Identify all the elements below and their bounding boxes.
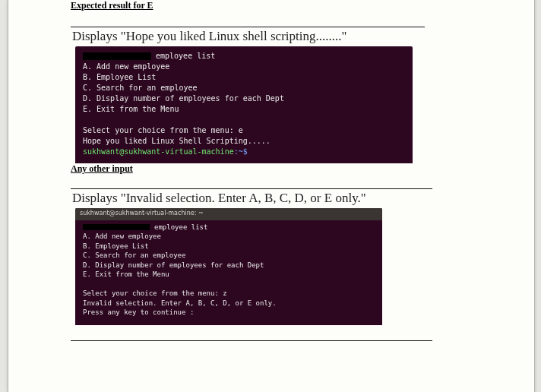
redacted-block [83,224,150,230]
menu-item: C. Search for an employee [83,251,375,261]
menu-item: C. Search for an employee [83,83,405,93]
section-heading-other: Any other input [71,163,466,175]
result-line: Hope you liked Linux Shell Scripting....… [83,136,405,147]
continue-line: Press any key to continue : [83,308,375,318]
divider [71,188,432,189]
menu-item: D. Display number of employees for each … [83,261,375,270]
content-column: Expected result for E Displays "Hope you… [71,0,466,341]
terminal-header: employee list [83,51,405,62]
divider [71,340,432,341]
menu-item: B. Employee List [83,72,405,83]
result-line: Invalid selection. Enter A, B, C, D, or … [83,299,375,308]
prompt-line: Select your choice from the menu: z [83,289,375,299]
document-page: Expected result for E Displays "Hope you… [8,0,535,392]
blank-line [83,280,375,289]
caption-e: Displays "Hope you liked Linux shell scr… [72,29,466,44]
shell-path: :~$ [234,147,248,156]
header-suffix: employee list [156,52,215,60]
header-suffix: employee list [154,223,207,231]
blank-line [83,115,405,125]
menu-item: E. Exit from the Menu [83,270,375,280]
shell-prompt: sukhwant@sukhwant-virtual-machine:~$ [83,147,405,157]
caption-other: Displays "Invalid selection. Enter A, B,… [72,191,466,206]
terminal-screenshot-e: employee list A. Add new employee B. Emp… [75,46,413,163]
menu-item: A. Add new employee [83,232,375,242]
shell-user: sukhwant@sukhwant-virtual-machine [83,147,234,156]
terminal-header: employee list [83,223,375,232]
divider [71,27,425,27]
section-heading-e: Expected result for E [71,0,466,11]
terminal-screenshot-other: sukhwant@sukhwant-virtual-machine: ~ emp… [75,208,382,325]
menu-item: B. Employee List [83,242,375,251]
menu-item: D. Display number of employees for each … [83,93,405,104]
terminal-titlebar: sukhwant@sukhwant-virtual-machine: ~ [75,208,382,220]
redacted-block [83,52,151,60]
menu-item: A. Add new employee [83,62,405,72]
prompt-line: Select your choice from the menu: e [83,125,405,136]
menu-item: E. Exit from the Menu [83,104,405,115]
